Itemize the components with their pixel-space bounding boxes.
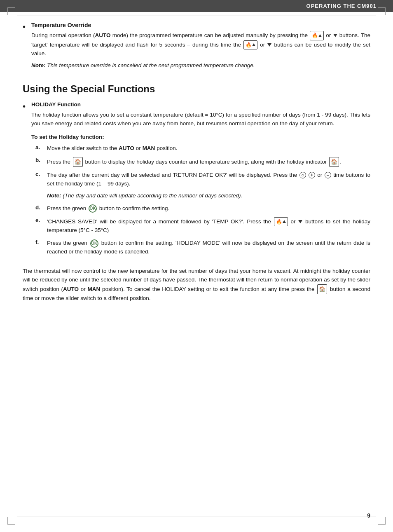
triangle-down-icon-3	[298, 220, 302, 223]
item-c-note: Note: (The day and date will update acco…	[47, 192, 370, 200]
letter-f: f.	[35, 239, 47, 245]
holiday-body: The holiday function allows you to set a…	[31, 111, 370, 128]
flame-up-icon-2: 🔥	[243, 40, 257, 50]
holiday-section: • HOLIDAY Function The holiday function …	[23, 101, 370, 260]
item-b-content: Press the 🏠 button to display the holida…	[47, 157, 370, 167]
page-number: 9	[367, 512, 370, 519]
item-a: a. Move the slider switch to the AUTO or…	[35, 144, 370, 153]
letter-b: b.	[35, 157, 47, 163]
special-functions-heading: Using the Special Functions	[23, 83, 370, 95]
temp-override-note: Note: This temperature override is cance…	[31, 61, 370, 70]
temp-override-title: Temperature Override	[31, 22, 370, 28]
item-c: c. The day after the current day will be…	[35, 171, 370, 200]
h-line-bottom	[17, 516, 376, 516]
holiday-content: HOLIDAY Function The holiday function al…	[31, 101, 370, 260]
temp-override-content: Temperature Override During normal opera…	[31, 22, 370, 70]
item-b: b. Press the 🏠 button to display the hol…	[35, 157, 370, 167]
item-e: e. 'CHANGES SAVED' will be displayed for…	[35, 217, 370, 235]
triangle-down-icon-2	[267, 43, 271, 47]
temp-override-section: • Temperature Override During normal ope…	[23, 22, 370, 70]
corner-tl	[7, 7, 15, 15]
content-area: • Temperature Override During normal ope…	[0, 22, 393, 319]
calendar-icon-1: 🏠	[73, 157, 83, 167]
item-d: d. Press the green OK button to confirm …	[35, 204, 370, 213]
corner-br	[378, 517, 386, 525]
header-title: OPERATING THE CM901	[306, 3, 377, 9]
ok-icon-1: OK	[89, 204, 97, 213]
holiday-title: HOLIDAY Function	[31, 101, 370, 108]
page-wrapper: OPERATING THE CM901 • Temperature Overri…	[0, 0, 393, 532]
letter-c: c.	[35, 171, 47, 177]
flame-up-icon-3: 🔥	[274, 217, 288, 227]
item-d-content: Press the green OK button to confirm the…	[47, 204, 370, 213]
holiday-bullet-dot: •	[23, 101, 26, 112]
item-c-content: The day after the current day will be se…	[47, 171, 370, 200]
header-bar: OPERATING THE CM901	[0, 0, 393, 12]
bullet-dot: •	[23, 21, 26, 33]
ok-icon-2: OK	[90, 239, 98, 248]
to-set-label: To set the Holiday function:	[31, 134, 370, 140]
plus-icon: +	[309, 172, 315, 178]
item-a-content: Move the slider switch to the AUTO or MA…	[47, 144, 370, 153]
flame-up-icon-1: 🔥	[310, 31, 324, 40]
letter-e: e.	[35, 217, 47, 223]
calendar-icon-3: 🏠	[317, 284, 327, 294]
letter-a: a.	[35, 144, 47, 150]
triangle-down-icon-1	[333, 34, 337, 37]
item-f-content: Press the green OK button to confirm the…	[47, 239, 370, 256]
letter-d: d.	[35, 204, 47, 211]
h-line-top	[17, 16, 376, 16]
calendar-icon-2: 🏠	[329, 157, 339, 167]
minus-icon: −	[325, 172, 331, 178]
corner-tr	[378, 7, 386, 15]
temp-override-body: During normal operation (AUTO mode) the …	[31, 31, 370, 58]
item-e-content: 'CHANGES SAVED' will be displayed for a …	[47, 217, 370, 235]
item-f: f. Press the green OK button to confirm …	[35, 239, 370, 256]
corner-bl	[7, 517, 15, 525]
circle-icon: ○	[299, 172, 306, 178]
bottom-paragraph: The thermostat will now control to the n…	[23, 267, 370, 303]
